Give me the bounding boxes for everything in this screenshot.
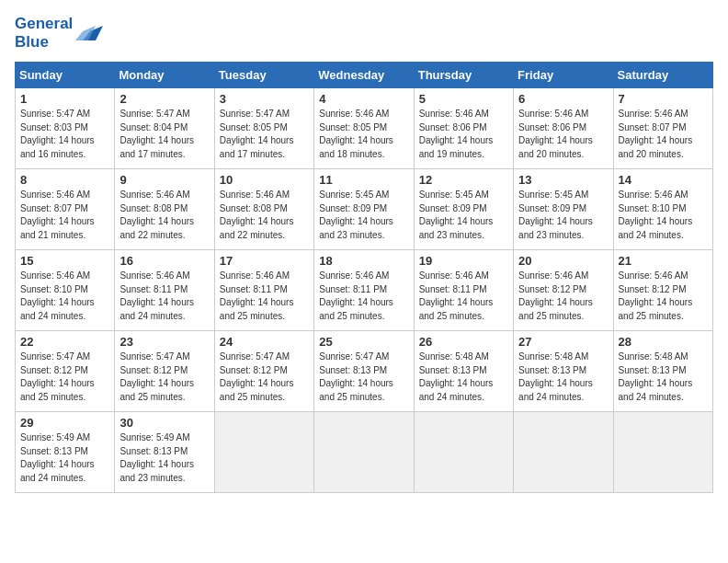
- day-number: 25: [319, 335, 408, 349]
- day-info: Sunrise: 5:46 AM Sunset: 8:08 PM Dayligh…: [220, 189, 309, 242]
- day-info: Sunrise: 5:47 AM Sunset: 8:04 PM Dayligh…: [119, 108, 209, 161]
- day-info: Sunrise: 5:46 AM Sunset: 8:06 PM Dayligh…: [518, 108, 608, 161]
- day-number: 18: [319, 254, 408, 268]
- day-number: 8: [20, 173, 109, 187]
- day-number: 17: [220, 254, 309, 268]
- calendar-row-5: 29Sunrise: 5:49 AM Sunset: 8:13 PM Dayli…: [16, 412, 713, 493]
- day-number: 9: [119, 173, 209, 187]
- day-info: Sunrise: 5:47 AM Sunset: 8:13 PM Dayligh…: [319, 350, 408, 404]
- day-cell-22: 22Sunrise: 5:47 AM Sunset: 8:12 PM Dayli…: [16, 331, 115, 412]
- col-header-wednesday: Wednesday: [314, 63, 414, 88]
- col-header-thursday: Thursday: [414, 63, 513, 88]
- day-cell-15: 15Sunrise: 5:46 AM Sunset: 8:10 PM Dayli…: [16, 250, 115, 331]
- day-info: Sunrise: 5:46 AM Sunset: 8:05 PM Dayligh…: [319, 108, 408, 161]
- col-header-monday: Monday: [115, 63, 214, 88]
- day-cell-27: 27Sunrise: 5:48 AM Sunset: 8:13 PM Dayli…: [514, 331, 613, 412]
- day-cell-4: 4Sunrise: 5:46 AM Sunset: 8:05 PM Daylig…: [314, 88, 414, 169]
- day-number: 21: [619, 254, 708, 268]
- day-number: 20: [518, 254, 608, 268]
- day-number: 16: [119, 254, 209, 268]
- day-number: 28: [619, 335, 708, 349]
- day-number: 11: [319, 173, 408, 187]
- day-number: 27: [518, 335, 608, 349]
- day-cell-10: 10Sunrise: 5:46 AM Sunset: 8:08 PM Dayli…: [214, 169, 313, 250]
- day-cell-13: 13Sunrise: 5:45 AM Sunset: 8:09 PM Dayli…: [514, 169, 613, 250]
- day-cell-20: 20Sunrise: 5:46 AM Sunset: 8:12 PM Dayli…: [514, 250, 613, 331]
- day-info: Sunrise: 5:49 AM Sunset: 8:13 PM Dayligh…: [119, 431, 209, 485]
- day-info: Sunrise: 5:46 AM Sunset: 8:11 PM Dayligh…: [119, 270, 209, 323]
- day-cell-25: 25Sunrise: 5:47 AM Sunset: 8:13 PM Dayli…: [314, 331, 414, 412]
- day-info: Sunrise: 5:48 AM Sunset: 8:13 PM Dayligh…: [518, 350, 608, 404]
- col-header-tuesday: Tuesday: [214, 63, 313, 88]
- day-info: Sunrise: 5:49 AM Sunset: 8:13 PM Dayligh…: [20, 431, 109, 485]
- day-cell-12: 12Sunrise: 5:45 AM Sunset: 8:09 PM Dayli…: [414, 169, 513, 250]
- page-header: General Blue: [15, 15, 713, 51]
- day-number: 24: [220, 335, 309, 349]
- day-cell-8: 8Sunrise: 5:46 AM Sunset: 8:07 PM Daylig…: [16, 169, 115, 250]
- day-cell-17: 17Sunrise: 5:46 AM Sunset: 8:11 PM Dayli…: [214, 250, 313, 331]
- day-info: Sunrise: 5:46 AM Sunset: 8:11 PM Dayligh…: [319, 270, 408, 323]
- day-number: 22: [20, 335, 109, 349]
- day-number: 29: [20, 416, 109, 430]
- day-cell-28: 28Sunrise: 5:48 AM Sunset: 8:13 PM Dayli…: [613, 331, 712, 412]
- day-info: Sunrise: 5:46 AM Sunset: 8:11 PM Dayligh…: [220, 270, 309, 323]
- day-number: 3: [220, 92, 309, 106]
- day-number: 1: [20, 92, 109, 106]
- day-cell-3: 3Sunrise: 5:47 AM Sunset: 8:05 PM Daylig…: [214, 88, 313, 169]
- day-cell-16: 16Sunrise: 5:46 AM Sunset: 8:11 PM Dayli…: [115, 250, 214, 331]
- day-number: 4: [319, 92, 408, 106]
- day-number: 2: [119, 92, 209, 106]
- empty-cell: [414, 412, 513, 493]
- day-cell-30: 30Sunrise: 5:49 AM Sunset: 8:13 PM Dayli…: [115, 412, 214, 493]
- day-number: 30: [119, 416, 209, 430]
- day-cell-21: 21Sunrise: 5:46 AM Sunset: 8:12 PM Dayli…: [613, 250, 712, 331]
- calendar-row-3: 15Sunrise: 5:46 AM Sunset: 8:10 PM Dayli…: [16, 250, 713, 331]
- day-info: Sunrise: 5:47 AM Sunset: 8:12 PM Dayligh…: [20, 350, 109, 404]
- col-header-saturday: Saturday: [613, 63, 712, 88]
- day-cell-18: 18Sunrise: 5:46 AM Sunset: 8:11 PM Dayli…: [314, 250, 414, 331]
- day-number: 7: [619, 92, 708, 106]
- day-cell-26: 26Sunrise: 5:48 AM Sunset: 8:13 PM Dayli…: [414, 331, 513, 412]
- day-info: Sunrise: 5:48 AM Sunset: 8:13 PM Dayligh…: [419, 350, 508, 404]
- day-info: Sunrise: 5:47 AM Sunset: 8:12 PM Dayligh…: [220, 350, 309, 404]
- day-cell-7: 7Sunrise: 5:46 AM Sunset: 8:07 PM Daylig…: [613, 88, 712, 169]
- day-info: Sunrise: 5:46 AM Sunset: 8:10 PM Dayligh…: [619, 189, 708, 242]
- logo-text-blue: Blue: [15, 33, 73, 52]
- day-info: Sunrise: 5:45 AM Sunset: 8:09 PM Dayligh…: [319, 189, 408, 242]
- day-info: Sunrise: 5:46 AM Sunset: 8:11 PM Dayligh…: [419, 270, 508, 323]
- col-header-friday: Friday: [514, 63, 613, 88]
- day-info: Sunrise: 5:47 AM Sunset: 8:05 PM Dayligh…: [220, 108, 309, 161]
- day-info: Sunrise: 5:46 AM Sunset: 8:12 PM Dayligh…: [619, 270, 708, 323]
- calendar-table: SundayMondayTuesdayWednesdayThursdayFrid…: [15, 62, 713, 493]
- day-info: Sunrise: 5:46 AM Sunset: 8:06 PM Dayligh…: [419, 108, 508, 161]
- day-cell-14: 14Sunrise: 5:46 AM Sunset: 8:10 PM Dayli…: [613, 169, 712, 250]
- day-cell-1: 1Sunrise: 5:47 AM Sunset: 8:03 PM Daylig…: [16, 88, 115, 169]
- day-info: Sunrise: 5:46 AM Sunset: 8:07 PM Dayligh…: [619, 108, 708, 161]
- empty-cell: [314, 412, 414, 493]
- day-cell-2: 2Sunrise: 5:47 AM Sunset: 8:04 PM Daylig…: [115, 88, 214, 169]
- day-number: 19: [419, 254, 508, 268]
- day-number: 15: [20, 254, 109, 268]
- empty-cell: [613, 412, 712, 493]
- day-number: 23: [119, 335, 209, 349]
- day-info: Sunrise: 5:47 AM Sunset: 8:12 PM Dayligh…: [119, 350, 209, 404]
- day-cell-6: 6Sunrise: 5:46 AM Sunset: 8:06 PM Daylig…: [514, 88, 613, 169]
- calendar-row-1: 1Sunrise: 5:47 AM Sunset: 8:03 PM Daylig…: [16, 88, 713, 169]
- day-number: 10: [220, 173, 309, 187]
- day-info: Sunrise: 5:48 AM Sunset: 8:13 PM Dayligh…: [619, 350, 708, 404]
- day-number: 6: [518, 92, 608, 106]
- logo-icon: [75, 18, 103, 44]
- day-info: Sunrise: 5:45 AM Sunset: 8:09 PM Dayligh…: [518, 189, 608, 242]
- col-header-sunday: Sunday: [16, 63, 115, 88]
- empty-cell: [514, 412, 613, 493]
- day-cell-19: 19Sunrise: 5:46 AM Sunset: 8:11 PM Dayli…: [414, 250, 513, 331]
- day-number: 14: [619, 173, 708, 187]
- day-cell-24: 24Sunrise: 5:47 AM Sunset: 8:12 PM Dayli…: [214, 331, 313, 412]
- day-cell-5: 5Sunrise: 5:46 AM Sunset: 8:06 PM Daylig…: [414, 88, 513, 169]
- empty-cell: [214, 412, 313, 493]
- day-number: 12: [419, 173, 508, 187]
- day-cell-9: 9Sunrise: 5:46 AM Sunset: 8:08 PM Daylig…: [115, 169, 214, 250]
- day-cell-23: 23Sunrise: 5:47 AM Sunset: 8:12 PM Dayli…: [115, 331, 214, 412]
- day-info: Sunrise: 5:45 AM Sunset: 8:09 PM Dayligh…: [419, 189, 508, 242]
- day-number: 26: [419, 335, 508, 349]
